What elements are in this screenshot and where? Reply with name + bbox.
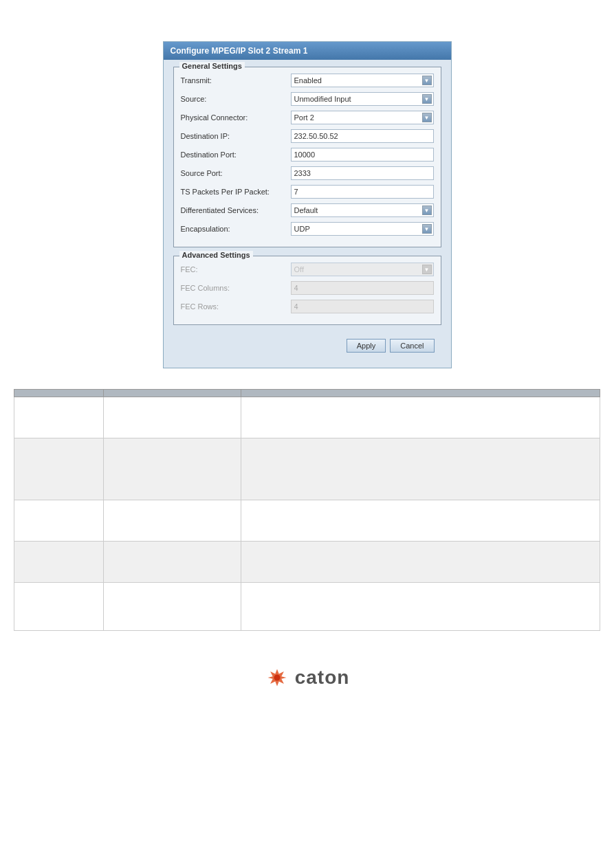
- advanced-settings-group: Advanced Settings FEC: Off ▼ FEC Columns…: [173, 256, 441, 325]
- footer: caton: [0, 645, 614, 711]
- table-cell: [14, 397, 104, 438]
- table-row: [14, 500, 600, 542]
- table-cell: [14, 542, 104, 583]
- dialog-body: General Settings Transmit: Enabled Disab…: [164, 60, 451, 368]
- table-header-col3: [241, 390, 600, 397]
- table-cell: [14, 583, 104, 631]
- svg-point-0: [274, 675, 280, 681]
- transmit-row: Transmit: Enabled Disabled ▼: [181, 73, 434, 88]
- destination-ip-input[interactable]: [291, 129, 434, 143]
- physical-connector-label: Physical Connector:: [181, 113, 291, 122]
- destination-ip-label: Destination IP:: [181, 132, 291, 140]
- table-row: [14, 397, 600, 438]
- diff-services-label: Differentiated Services:: [181, 206, 291, 214]
- cancel-button[interactable]: Cancel: [390, 339, 434, 353]
- main-table: [14, 389, 600, 631]
- table-row: [14, 583, 600, 631]
- table-cell: [241, 397, 600, 438]
- encapsulation-select-wrapper[interactable]: UDP RTP ▼: [291, 222, 434, 236]
- caton-logo-text: caton: [295, 667, 350, 689]
- table-row: [14, 542, 600, 583]
- table-cell: [241, 542, 600, 583]
- ts-packets-input[interactable]: [291, 185, 434, 199]
- destination-port-input[interactable]: [291, 148, 434, 162]
- advanced-settings-label: Advanced Settings: [179, 251, 253, 259]
- table-cell: [104, 583, 241, 631]
- top-section: Configure MPEG/IP Slot 2 Stream 1 Genera…: [0, 0, 614, 389]
- table-cell: [241, 438, 600, 500]
- table-cell: [104, 397, 241, 438]
- fec-columns-input: [291, 281, 434, 295]
- fec-rows-label: FEC Rows:: [181, 302, 291, 311]
- table-header-col1: [14, 390, 104, 397]
- fec-select: Off: [291, 263, 434, 276]
- transmit-select-wrapper[interactable]: Enabled Disabled ▼: [291, 74, 434, 87]
- dialog-footer: Apply Cancel: [173, 333, 441, 358]
- table-cell: [14, 438, 104, 500]
- dialog-title: Configure MPEG/IP Slot 2 Stream 1: [164, 42, 451, 60]
- table-cell: [104, 542, 241, 583]
- fec-columns-label: FEC Columns:: [181, 284, 291, 292]
- encapsulation-select[interactable]: UDP RTP: [291, 222, 434, 236]
- destination-ip-row: Destination IP:: [181, 129, 434, 144]
- table-cell: [14, 500, 104, 542]
- physical-connector-select[interactable]: Port 2 Port 1: [291, 111, 434, 124]
- caton-logo-icon: [265, 665, 289, 690]
- table-header-col2: [104, 390, 241, 397]
- source-select-wrapper[interactable]: Unmodified Input ▼: [291, 92, 434, 106]
- configure-dialog: Configure MPEG/IP Slot 2 Stream 1 Genera…: [163, 41, 452, 368]
- fec-rows-input: [291, 300, 434, 313]
- source-label: Source:: [181, 95, 291, 103]
- diff-services-row: Differentiated Services: Default ▼: [181, 203, 434, 218]
- destination-port-label: Destination Port:: [181, 151, 291, 159]
- table-cell: [104, 500, 241, 542]
- source-port-input[interactable]: [291, 166, 434, 180]
- apply-button[interactable]: Apply: [347, 339, 386, 353]
- diff-services-select[interactable]: Default: [291, 203, 434, 217]
- encapsulation-row: Encapsulation: UDP RTP ▼: [181, 221, 434, 236]
- transmit-label: Transmit:: [181, 76, 291, 85]
- logo-container: caton: [265, 665, 350, 690]
- table-cell: [104, 438, 241, 500]
- table-cell: [241, 500, 600, 542]
- fec-label: FEC:: [181, 265, 291, 274]
- general-settings-label: General Settings: [179, 62, 245, 70]
- fec-rows-row: FEC Rows:: [181, 299, 434, 314]
- ts-packets-row: TS Packets Per IP Packet:: [181, 184, 434, 199]
- encapsulation-label: Encapsulation:: [181, 225, 291, 233]
- physical-connector-row: Physical Connector: Port 2 Port 1 ▼: [181, 110, 434, 125]
- source-port-label: Source Port:: [181, 169, 291, 177]
- physical-connector-select-wrapper[interactable]: Port 2 Port 1 ▼: [291, 111, 434, 124]
- table-row: [14, 438, 600, 500]
- ts-packets-label: TS Packets Per IP Packet:: [181, 188, 291, 196]
- table-section: [0, 389, 614, 645]
- fec-row: FEC: Off ▼: [181, 262, 434, 277]
- source-select[interactable]: Unmodified Input: [291, 92, 434, 106]
- fec-select-wrapper: Off ▼: [291, 263, 434, 276]
- fec-dropdown-arrow: ▼: [422, 265, 432, 274]
- destination-port-row: Destination Port:: [181, 147, 434, 162]
- source-port-row: Source Port:: [181, 166, 434, 181]
- fec-columns-row: FEC Columns:: [181, 280, 434, 296]
- transmit-select[interactable]: Enabled Disabled: [291, 74, 434, 87]
- table-cell: [241, 583, 600, 631]
- table-header-row: [14, 390, 600, 397]
- source-row: Source: Unmodified Input ▼: [181, 91, 434, 107]
- diff-services-select-wrapper[interactable]: Default ▼: [291, 203, 434, 217]
- general-settings-group: General Settings Transmit: Enabled Disab…: [173, 67, 441, 247]
